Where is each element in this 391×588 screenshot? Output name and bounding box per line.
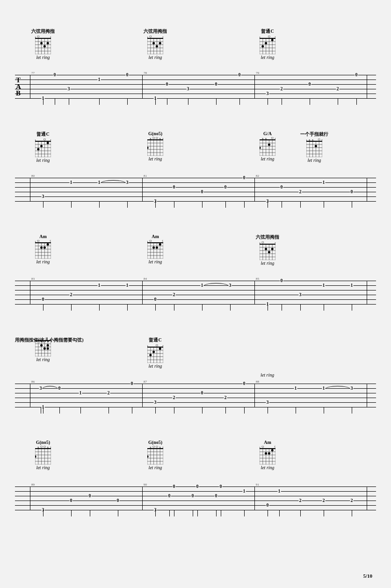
note-stem [244,407,245,414]
tab-note: 0 [238,73,241,77]
chord-diagram: xx [147,36,163,54]
note-stem [99,304,100,311]
note-stem [127,98,128,105]
tab-note: 2 [173,292,176,297]
svg-point-160 [156,247,158,249]
svg-point-33 [159,42,161,44]
note-stem [268,201,268,208]
svg-point-176 [262,241,264,243]
measure-number: 82 [256,174,259,178]
tab-note: 0 [215,82,218,87]
tab-note: 3 [126,180,129,185]
barline [254,178,255,201]
measure-number: 86 [31,380,35,384]
tab-note: 2 [280,87,283,91]
measure-number: 88 [256,380,259,384]
tab-note: 2 [322,498,326,503]
tab-note: 3 [67,87,71,91]
barline [367,384,367,407]
note-stem [338,98,338,105]
tab-clef: TAB [16,77,21,96]
chord-block: Am x let ring [253,440,282,470]
note-stem [174,201,174,208]
note-stem [225,201,226,208]
chord-diagram: xx [35,36,51,54]
tab-note: 1 [322,386,326,391]
page-number: 5/10 [363,573,372,579]
note-stem [155,201,156,208]
chord-diagram: xx [147,344,163,363]
svg-text:x: x [162,137,163,140]
tab-note: 0 [243,381,246,386]
note-stem [90,510,90,516]
svg-point-68 [43,138,45,140]
chord-block: 用拇指按住(这儿小拇指需要勾弦) xx let ring [29,337,57,362]
note-stem [71,201,72,208]
chord-name: Am [152,234,159,239]
chord-block: 一个手指就行 xxxx let ring [300,131,328,163]
note-stem [43,304,43,311]
tab-note: 0 [168,494,171,498]
chord-block: 普通C xx let ring [141,337,169,369]
chord-diagram: x [35,240,51,259]
chord-block: 六弦用拇指 xx let ring [141,28,169,60]
chord-name: G(no5) [36,440,50,445]
svg-point-53 [261,45,264,48]
tab-note: 2 [299,189,302,194]
svg-point-69 [47,142,49,144]
svg-text:x: x [150,137,152,140]
svg-point-232 [43,446,45,448]
note-stem [324,510,324,516]
svg-point-177 [271,248,274,250]
note-stem [352,407,352,414]
svg-point-14 [37,36,39,37]
barline [142,281,143,304]
measure-number: 80 [31,174,35,178]
note-stem [155,510,156,516]
svg-text:x: x [321,138,322,142]
technique-label: let ring [253,261,282,266]
svg-point-194 [37,338,39,340]
barline [254,281,255,304]
barline [254,384,255,407]
tab-staff: 8384850211021310311 [15,276,376,310]
svg-text:x: x [162,344,163,348]
chord-diagram: x [147,240,163,259]
tab-note: 1 [322,180,326,185]
barline [142,75,143,98]
tab-note: 0 [70,498,73,503]
svg-point-197 [43,348,46,350]
note-stem [174,407,174,414]
tab-note: 0 [126,73,129,77]
note-stem [216,98,217,105]
svg-point-89 [147,147,149,149]
note-stem [174,510,174,516]
note-stem [352,510,352,516]
barline [30,75,30,98]
svg-point-157 [162,240,163,242]
note-stem [202,304,203,311]
tie [101,180,126,183]
tab-note: 0 [219,484,223,489]
technique-label: let ring [141,55,169,60]
technique-label: let ring [29,55,57,60]
svg-point-267 [262,446,264,448]
svg-point-17 [43,45,46,48]
note-stem [99,98,100,105]
svg-point-141 [47,243,49,246]
technique-label: let ring [29,357,57,362]
svg-text:x: x [50,446,51,449]
note-stem [268,407,268,414]
svg-text:x: x [159,137,161,140]
svg-point-50 [268,36,270,37]
svg-text:x: x [159,446,161,449]
chord-name: 六弦用拇指 [144,28,167,35]
svg-point-140 [37,240,39,242]
svg-point-159 [159,243,161,246]
tab-note: 0 [88,494,92,498]
technique-label: let ring [141,259,169,264]
tie [42,386,58,389]
note-stem [244,510,245,516]
chord-name: 六弦用拇指 [31,28,55,35]
tab-note: 3 [154,400,157,405]
